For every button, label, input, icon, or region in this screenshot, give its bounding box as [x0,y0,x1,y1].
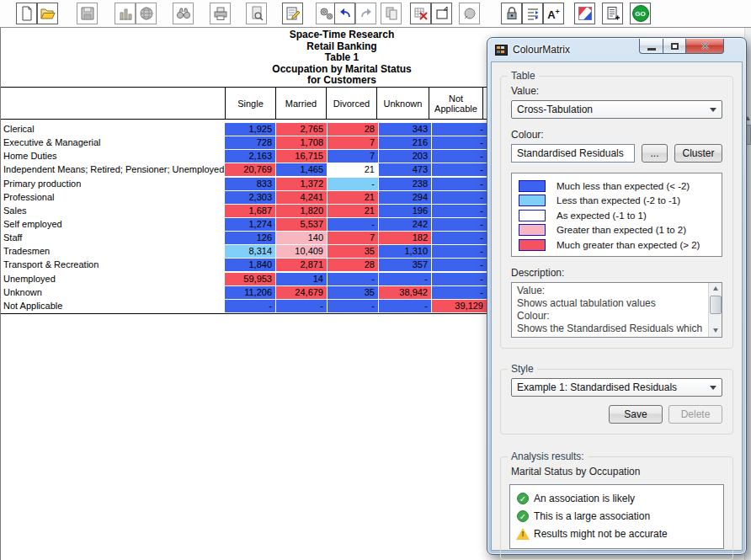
table-cell[interactable]: 2,871 [276,259,327,271]
delete-table-button[interactable] [410,3,431,24]
table-cell[interactable]: - [379,300,431,312]
table-cell[interactable]: 21 [328,163,378,176]
table-cell[interactable]: 35 [328,286,378,299]
close-button[interactable] [686,39,724,54]
table-cell[interactable]: 728 [225,136,275,149]
table-cell[interactable]: 1,840 [225,259,275,271]
table-cell[interactable]: - [432,150,487,163]
transpose-button[interactable] [431,3,452,24]
table-cell[interactable]: 196 [379,205,431,217]
table-cell[interactable]: 242 [379,218,431,231]
table-cell[interactable]: - [432,163,487,176]
table-cell[interactable]: 1,310 [379,245,431,258]
save-button[interactable]: Save [609,405,663,424]
table-cell[interactable]: 1,372 [276,178,327,190]
scroll-down-icon[interactable] [709,325,722,337]
table-cell[interactable]: 21 [328,191,378,204]
row-label[interactable]: Transport & Recreation [1,259,225,272]
scroll-up-icon[interactable] [709,283,722,295]
minimize-button[interactable] [639,39,663,54]
table-cell[interactable]: - [432,218,487,231]
row-label[interactable]: Home Duties [1,150,225,163]
row-label[interactable]: Primary production [1,178,225,191]
font-size-button[interactable]: A+ [543,3,564,24]
go-button[interactable]: GO [630,3,651,24]
table-cell[interactable]: 5,537 [276,218,327,231]
table-cell[interactable]: 10,409 [276,245,327,258]
column-header[interactable]: Not Applicable [429,88,483,119]
new-document-button[interactable] [16,3,37,24]
row-label[interactable]: Executive & Managerial [1,136,225,150]
row-label[interactable]: Professional [1,191,225,205]
column-header[interactable]: Unknown [376,88,429,119]
table-cell[interactable]: 1,274 [225,218,275,231]
table-cell[interactable]: - [432,191,487,204]
row-label[interactable]: Not Applicable [1,300,225,313]
table-cell[interactable]: 7 [328,232,378,244]
table-cell[interactable]: 1,465 [276,163,327,176]
add-summary-button[interactable] [602,3,623,24]
table-cell[interactable]: 2,163 [225,150,275,163]
open-folder-button[interactable] [37,3,58,24]
maximize-button[interactable] [663,39,686,54]
table-cell[interactable]: - [432,259,487,271]
row-label[interactable]: Sales [1,205,225,218]
table-cell[interactable]: 473 [379,163,431,176]
row-label[interactable]: Unemployed [1,273,225,286]
table-cell[interactable]: - [432,273,487,285]
table-cell[interactable]: 28 [328,123,378,136]
row-label[interactable]: Clerical [1,123,225,136]
table-cell[interactable]: 1,687 [225,205,275,217]
table-cell[interactable]: 126 [225,232,275,244]
table-cell[interactable]: 7 [328,150,378,163]
table-cell[interactable]: - [328,218,378,231]
table-cell[interactable]: - [432,205,487,217]
description-scroll-thumb[interactable] [710,296,722,314]
cluster-button[interactable]: Cluster [674,144,722,163]
table-cell[interactable]: 39,129 [432,300,487,312]
row-label[interactable]: Unknown [1,286,225,300]
column-header[interactable]: Married [275,88,326,119]
table-cell[interactable]: - [225,300,275,312]
table-cell[interactable]: 343 [379,123,431,136]
table-cell[interactable]: 35 [328,245,378,258]
table-cell[interactable]: 216 [379,136,431,149]
row-label[interactable]: Independent Means; Retired; Pensioner; U… [1,163,225,177]
table-cell[interactable]: 833 [225,178,275,190]
field-options-button[interactable] [522,3,543,24]
table-cell[interactable]: 38,942 [379,286,431,299]
table-cell[interactable]: 11,206 [225,286,275,299]
table-cell[interactable]: - [432,245,487,258]
table-cell[interactable]: 4,241 [276,191,327,204]
lock-button[interactable] [501,3,522,24]
table-cell[interactable]: - [379,273,431,285]
style-dropdown[interactable]: Example 1: Standardised Residuals [511,378,722,397]
colour-input[interactable]: Standardised Residuals [511,144,635,163]
edit-table-button[interactable] [282,3,303,24]
table-cell[interactable]: 24,679 [276,286,327,299]
table-cell[interactable]: 294 [379,191,431,204]
value-dropdown[interactable]: Cross-Tabulation [511,100,722,119]
table-cell[interactable]: 1,708 [276,136,327,149]
table-cell[interactable]: 8,314 [225,245,275,258]
table-cell[interactable]: - [432,232,487,244]
table-cell[interactable]: 28 [328,259,378,271]
table-cell[interactable]: - [432,286,487,299]
table-cell[interactable]: 14 [276,273,327,285]
row-label[interactable]: Self employed [1,218,225,232]
table-cell[interactable]: 16,715 [276,150,327,163]
table-cell[interactable]: 59,953 [225,273,275,285]
table-cell[interactable]: 2,303 [225,191,275,204]
table-cell[interactable]: - [328,300,378,312]
column-header[interactable]: Single [225,88,275,119]
table-cell[interactable]: 203 [379,150,431,163]
column-header[interactable]: Divorced [326,88,376,119]
table-cell[interactable]: 140 [276,232,327,244]
description-scrollbar[interactable] [708,283,722,337]
table-cell[interactable]: - [432,123,487,136]
colour-matrix-button[interactable] [574,3,595,24]
table-cell[interactable]: 20,769 [225,163,275,176]
row-label[interactable]: Staff [1,232,225,245]
table-cell[interactable]: 2,765 [276,123,327,136]
table-cell[interactable]: - [328,178,378,190]
